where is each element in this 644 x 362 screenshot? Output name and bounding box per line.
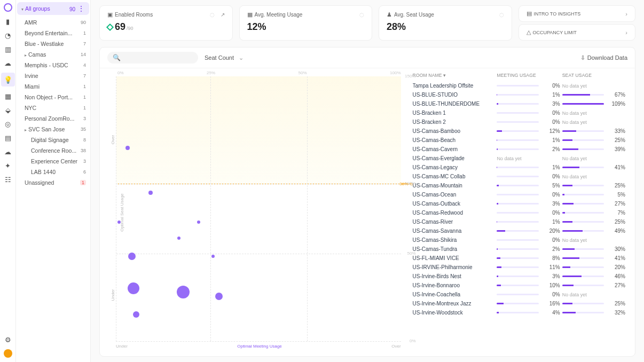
chevron-right-icon: › <box>625 29 627 36</box>
group-item[interactable]: NYC1 <box>17 103 89 113</box>
table-row[interactable]: US-Camas-MC Collab0%No data yet <box>411 172 627 181</box>
col-seat-usage[interactable]: SEAT USAGE <box>562 73 625 78</box>
groups-sidebar: ▾All groups 90⋮ AMR90Beyond Entertain...… <box>16 0 91 362</box>
chart-bubble[interactable] <box>197 221 200 224</box>
globe-icon[interactable]: ◎ <box>4 120 12 128</box>
group-item[interactable]: LAB 14406 <box>17 167 89 177</box>
analytics-panel: 🔍 Seat Count ⌄ ⇩Download Data Optimal Se… <box>99 47 635 357</box>
chart-bubble[interactable] <box>128 282 139 294</box>
chart-bubble[interactable] <box>211 255 215 258</box>
table-row[interactable]: US-Camas-Redwood0%7% <box>411 208 627 217</box>
table-row[interactable]: US-Camas-Cavern2%39% <box>411 145 627 154</box>
table-row[interactable]: US-Camas-Ocean0%5% <box>411 190 627 199</box>
group-item[interactable]: Miami1 <box>17 81 89 92</box>
download-data-button[interactable]: ⇩Download Data <box>580 54 627 61</box>
table-row[interactable]: Tampa Leadership Offsite0%No data yet <box>411 81 627 90</box>
avg-meeting-card: ▦Avg. Meeting Usage ◌ 12% <box>239 5 373 41</box>
group-item[interactable]: Unassigned1 <box>17 177 89 188</box>
group-item[interactable]: ▸Camas14 <box>17 49 89 60</box>
table-row[interactable]: US-Irvine-Woodstock4%32% <box>411 308 627 317</box>
settings-icon[interactable]: ⚙ <box>4 335 12 344</box>
x-axis-label: Optimal Meeting Usage <box>237 344 282 349</box>
table-row[interactable]: US-BLUE-STUDIO1%67% <box>411 90 627 99</box>
info-icon[interactable]: ◌ <box>359 12 364 18</box>
chevron-down-icon: ⌄ <box>239 54 244 61</box>
group-item[interactable]: ▸SVC San Jose35 <box>17 124 89 135</box>
chart-bubble[interactable] <box>117 221 121 224</box>
cloud-icon[interactable]: ☁ <box>4 59 12 67</box>
enabled-rooms-value: 69 <box>115 21 125 32</box>
table-row[interactable]: US-Irvine-Montreux Jazz16%25% <box>411 299 627 308</box>
group-item[interactable]: Blue - Westlake7 <box>17 38 89 49</box>
table-row[interactable]: US-Camas-Tundra2%30% <box>411 245 627 254</box>
col-room-name[interactable]: ROOM NAME ▾ <box>413 73 495 78</box>
table-row[interactable]: US-Irvine-Coachella0%No data yet <box>411 290 627 299</box>
insights-icon[interactable]: 💡 <box>1 73 15 86</box>
table-row[interactable]: US-Camas-River1%25% <box>411 217 627 226</box>
search-box[interactable]: 🔍 <box>107 52 198 64</box>
x-over-label: Over <box>391 344 400 349</box>
table-row[interactable]: US-Camas-Shikira0%No data yet <box>411 235 627 245</box>
external-link-icon[interactable]: ↗ <box>221 12 225 18</box>
table-row[interactable]: US-FL-MIAMI VICE8%41% <box>411 254 627 263</box>
info-links-card: ▤INTRO TO INSIGHTS › △OCCUPANCY LIMIT › <box>519 5 636 41</box>
bug-icon[interactable]: ⬙ <box>4 106 12 114</box>
chart-bubble[interactable] <box>128 253 136 260</box>
info-icon[interactable]: ◌ <box>210 12 215 18</box>
search-input[interactable] <box>124 54 193 61</box>
grid-icon[interactable]: ▦ <box>4 92 12 100</box>
intro-insights-link[interactable]: ▤INTRO TO INSIGHTS › <box>519 5 636 22</box>
table-row[interactable]: US-Irvine-Bonnaroo10%27% <box>411 281 627 290</box>
table-row[interactable]: US-Camas-Bamboo12%33% <box>411 127 627 136</box>
rooms-table: ROOM NAME ▾ MEETING USAGE SEAT USAGE Tam… <box>409 68 635 356</box>
chart-plot[interactable]: 86% ◇ 150%100%50%0% <box>116 76 401 342</box>
table-row[interactable]: US-Camas-EvergladeNo data yetNo data yet <box>411 154 627 163</box>
chart-bubble[interactable] <box>215 293 223 300</box>
table-row[interactable]: US-Irvine-Birds Nest3%46% <box>411 272 627 281</box>
chart-bubble[interactable] <box>177 237 180 240</box>
table-row[interactable]: US-Camas-Savanna20%49% <box>411 226 627 235</box>
monitor-icon: ▣ <box>107 11 113 18</box>
group-item[interactable]: Irvine7 <box>17 70 89 81</box>
chart-bubble[interactable] <box>177 286 190 298</box>
book-icon[interactable]: ▥ <box>4 45 12 53</box>
group-item[interactable]: Conference Roo...38 <box>17 145 89 156</box>
usage-chart: Optimal Seat Usage Over Under 0%25%50%10… <box>100 68 409 356</box>
group-item[interactable]: Non Object - Port...1 <box>17 92 89 103</box>
table-row[interactable]: US-BLUE-THUNDERDOME3%109% <box>411 99 627 108</box>
enabled-rooms-total: /90 <box>127 26 133 31</box>
table-body[interactable]: Tampa Leadership Offsite0%No data yetUS-… <box>411 81 630 354</box>
seat-count-dropdown[interactable]: Seat Count ⌄ <box>205 54 244 61</box>
group-item[interactable]: AMR90 <box>17 17 89 28</box>
chart-bubble[interactable] <box>148 191 153 195</box>
occupancy-limit-link[interactable]: △OCCUPANCY LIMIT › <box>519 24 636 41</box>
table-head: ROOM NAME ▾ MEETING USAGE SEAT USAGE <box>411 70 630 81</box>
groups-menu-icon[interactable]: ⋮ <box>75 4 85 13</box>
info-icon[interactable]: ◌ <box>499 12 504 18</box>
upload-icon[interactable]: ☁ <box>4 147 12 156</box>
table-row[interactable]: US-Camas-Outback3%27% <box>411 199 627 208</box>
table-row[interactable]: US-Bracken 10%No data yet <box>411 108 627 117</box>
avg-meeting-value: 12% <box>247 21 365 33</box>
table-row[interactable]: US-IRVINE-Philharmonie11%20% <box>411 263 627 272</box>
layout-icon[interactable]: ▤ <box>4 133 12 142</box>
group-item[interactable]: Personal ZoomRo...3 <box>17 113 89 124</box>
avg-meeting-label: Avg. Meeting Usage <box>255 12 303 18</box>
group-item[interactable]: Digital Signage8 <box>17 135 89 145</box>
chart-bubble[interactable] <box>133 311 139 318</box>
clock-icon[interactable]: ◔ <box>4 31 12 40</box>
all-groups-header[interactable]: ▾All groups 90⋮ <box>17 2 89 15</box>
table-row[interactable]: US-Camas-Mountain5%25% <box>411 181 627 190</box>
table-row[interactable]: US-Bracken 20%No data yet <box>411 117 627 127</box>
avatar[interactable] <box>4 349 12 358</box>
table-row[interactable]: US-Camas-Legacy1%41% <box>411 163 627 172</box>
group-item[interactable]: Experience Center3 <box>17 156 89 167</box>
col-meeting-usage[interactable]: MEETING USAGE <box>497 73 560 78</box>
dashboard-icon[interactable]: ▮ <box>4 17 12 26</box>
bulb-icon[interactable]: ✦ <box>4 161 12 170</box>
group-item[interactable]: Beyond Entertain...1 <box>17 28 89 38</box>
table-row[interactable]: US-Camas-Beach1%25% <box>411 136 627 145</box>
sliders-icon[interactable]: ☷ <box>4 175 12 184</box>
group-item[interactable]: Memphis - USDC4 <box>17 60 89 70</box>
sort-icon: ▾ <box>443 73 446 78</box>
